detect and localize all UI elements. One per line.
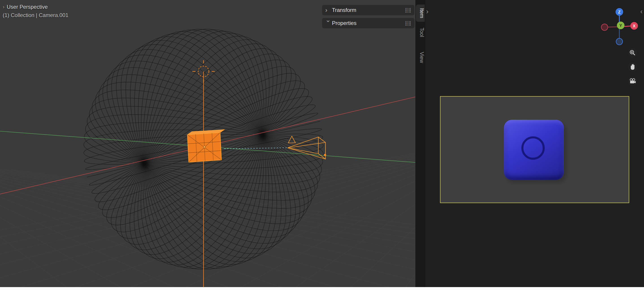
camera-frame bbox=[440, 96, 629, 203]
panel-header-properties[interactable]: › Properties ⣿⣿ bbox=[322, 18, 414, 28]
sidebar-tab-strip: Item Tool View bbox=[415, 0, 425, 287]
panel-grip-icon[interactable]: ⣿⣿ bbox=[405, 8, 411, 13]
3d-scene-canvas[interactable] bbox=[0, 0, 425, 287]
y-axis-label: Y bbox=[619, 23, 622, 28]
cube-face-circle bbox=[522, 136, 545, 160]
chevron-down-icon[interactable]: › bbox=[325, 20, 332, 27]
tab-tool[interactable]: Tool bbox=[416, 24, 425, 41]
panel-grip-icon[interactable]: ⣿⣿ bbox=[405, 21, 411, 26]
tab-item[interactable]: Item bbox=[416, 5, 425, 22]
neg-x-axis-ball[interactable] bbox=[602, 24, 608, 31]
rendered-blue-cube[interactable] bbox=[504, 120, 564, 180]
navigation-gizmo[interactable]: Z X Y bbox=[599, 7, 640, 47]
region-collapse-icon[interactable]: ‹ bbox=[640, 7, 643, 16]
panel-header-transform[interactable]: › Transform ⣿⣿ bbox=[322, 5, 414, 15]
camera-view-button[interactable] bbox=[628, 76, 638, 86]
view-mode-label: User Perspective bbox=[7, 4, 48, 10]
pan-button[interactable] bbox=[628, 62, 638, 72]
viewport-header: ›User Perspective (1) Collection | Camer… bbox=[3, 3, 68, 19]
panel-label: Transform bbox=[332, 7, 405, 13]
camera-view-viewport[interactable]: › ‹ Z X Y bbox=[425, 0, 644, 287]
x-axis-label: X bbox=[633, 24, 636, 28]
region-expand-icon[interactable]: › bbox=[426, 7, 428, 16]
chevron-right-icon[interactable]: › bbox=[325, 7, 332, 14]
bottom-strip bbox=[0, 287, 644, 290]
sidebar-n-panel: › Transform ⣿⣿ › Properties ⣿⣿ bbox=[322, 5, 414, 31]
viewport-header-line1: ›User Perspective bbox=[3, 3, 68, 11]
button-background bbox=[628, 48, 637, 58]
neg-z-axis-ball[interactable] bbox=[616, 38, 623, 45]
panel-label: Properties bbox=[332, 20, 405, 26]
z-axis-label: Z bbox=[618, 10, 621, 14]
zoom-button[interactable] bbox=[628, 48, 638, 58]
breadcrumb: (1) Collection | Camera.001 bbox=[3, 11, 68, 19]
tab-view[interactable]: View bbox=[416, 48, 425, 67]
3d-viewport[interactable]: ›User Perspective (1) Collection | Camer… bbox=[0, 0, 425, 287]
header-collapse-icon[interactable]: › bbox=[3, 4, 4, 10]
